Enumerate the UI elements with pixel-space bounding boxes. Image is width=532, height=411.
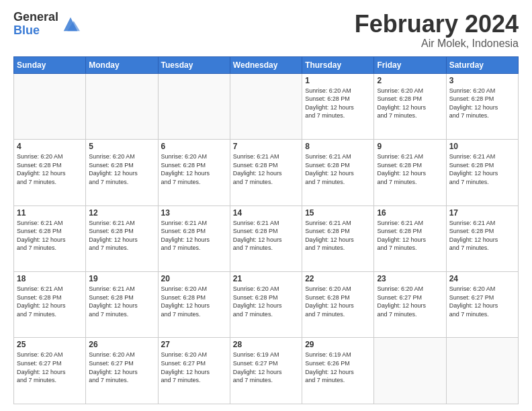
calendar-cell: 10Sunrise: 6:21 AM Sunset: 6:28 PM Dayli… (446, 140, 518, 205)
day-number: 9 (377, 142, 443, 151)
logo-general: General (13, 11, 58, 24)
calendar-cell: 16Sunrise: 6:21 AM Sunset: 6:28 PM Dayli… (374, 205, 446, 271)
day-of-week-friday: Friday (374, 56, 446, 73)
calendar-cell: 2Sunrise: 6:20 AM Sunset: 6:28 PM Daylig… (374, 73, 446, 139)
day-info: Sunrise: 6:21 AM Sunset: 6:28 PM Dayligh… (377, 152, 443, 186)
day-number: 3 (449, 76, 515, 85)
calendar-header-row: SundayMondayTuesdayWednesdayThursdayFrid… (14, 56, 519, 73)
calendar-cell: 4Sunrise: 6:20 AM Sunset: 6:28 PM Daylig… (14, 140, 86, 205)
day-number: 17 (449, 208, 515, 218)
day-info: Sunrise: 6:20 AM Sunset: 6:28 PM Dayligh… (305, 87, 371, 120)
day-info: Sunrise: 6:20 AM Sunset: 6:28 PM Dayligh… (305, 285, 371, 318)
calendar-cell: 19Sunrise: 6:21 AM Sunset: 6:28 PM Dayli… (86, 272, 158, 338)
calendar-cell: 27Sunrise: 6:20 AM Sunset: 6:27 PM Dayli… (158, 338, 230, 404)
day-number: 29 (305, 340, 371, 349)
day-number: 13 (161, 208, 227, 218)
logo-blue: Blue (13, 24, 58, 38)
day-info: Sunrise: 6:21 AM Sunset: 6:28 PM Dayligh… (305, 152, 371, 186)
day-number: 24 (449, 274, 515, 283)
day-info: Sunrise: 6:21 AM Sunset: 6:28 PM Dayligh… (233, 219, 299, 253)
calendar-week-5: 25Sunrise: 6:20 AM Sunset: 6:27 PM Dayli… (14, 338, 519, 404)
location: Air Molek, Indonesia (355, 38, 519, 50)
month-year: February 2024 (355, 11, 519, 38)
day-info: Sunrise: 6:20 AM Sunset: 6:27 PM Dayligh… (449, 285, 515, 318)
calendar-cell: 6Sunrise: 6:20 AM Sunset: 6:28 PM Daylig… (158, 140, 230, 205)
calendar-cell (158, 73, 230, 139)
day-info: Sunrise: 6:20 AM Sunset: 6:27 PM Dayligh… (377, 285, 443, 318)
day-info: Sunrise: 6:20 AM Sunset: 6:28 PM Dayligh… (449, 87, 515, 120)
day-number: 14 (233, 208, 299, 218)
day-info: Sunrise: 6:21 AM Sunset: 6:28 PM Dayligh… (233, 152, 299, 186)
day-info: Sunrise: 6:20 AM Sunset: 6:27 PM Dayligh… (17, 351, 83, 384)
day-of-week-sunday: Sunday (14, 56, 86, 73)
day-of-week-monday: Monday (86, 56, 158, 73)
calendar-cell: 17Sunrise: 6:21 AM Sunset: 6:28 PM Dayli… (446, 205, 518, 271)
day-of-week-tuesday: Tuesday (158, 56, 230, 73)
day-number: 21 (233, 274, 299, 283)
day-number: 18 (17, 274, 83, 283)
page: General Blue February 2024 Air Molek, In… (0, 0, 532, 411)
day-number: 26 (89, 340, 154, 349)
calendar-cell: 15Sunrise: 6:21 AM Sunset: 6:28 PM Dayli… (302, 205, 374, 271)
logo-text: General Blue (13, 11, 58, 38)
day-info: Sunrise: 6:21 AM Sunset: 6:28 PM Dayligh… (89, 219, 154, 253)
day-info: Sunrise: 6:20 AM Sunset: 6:28 PM Dayligh… (161, 152, 227, 186)
header: General Blue February 2024 Air Molek, In… (13, 11, 519, 50)
calendar-cell (14, 73, 86, 139)
day-number: 25 (17, 340, 83, 349)
logo-icon (61, 15, 80, 34)
day-number: 23 (377, 274, 443, 283)
day-info: Sunrise: 6:21 AM Sunset: 6:28 PM Dayligh… (161, 219, 227, 253)
calendar-cell: 26Sunrise: 6:20 AM Sunset: 6:27 PM Dayli… (86, 338, 158, 404)
day-number: 28 (233, 340, 299, 349)
day-number: 16 (377, 208, 443, 218)
day-info: Sunrise: 6:21 AM Sunset: 6:28 PM Dayligh… (17, 285, 83, 318)
day-number: 6 (161, 142, 227, 151)
day-info: Sunrise: 6:19 AM Sunset: 6:26 PM Dayligh… (305, 351, 371, 384)
day-info: Sunrise: 6:20 AM Sunset: 6:28 PM Dayligh… (377, 87, 443, 120)
title-block: February 2024 Air Molek, Indonesia (355, 11, 519, 50)
calendar-cell: 20Sunrise: 6:20 AM Sunset: 6:28 PM Dayli… (158, 272, 230, 338)
calendar-cell: 28Sunrise: 6:19 AM Sunset: 6:27 PM Dayli… (230, 338, 302, 404)
calendar-table: SundayMondayTuesdayWednesdayThursdayFrid… (13, 56, 519, 404)
day-number: 27 (161, 340, 227, 349)
day-number: 11 (17, 208, 83, 218)
day-number: 5 (89, 142, 154, 151)
day-info: Sunrise: 6:21 AM Sunset: 6:28 PM Dayligh… (89, 285, 154, 318)
day-info: Sunrise: 6:19 AM Sunset: 6:27 PM Dayligh… (233, 351, 299, 384)
day-info: Sunrise: 6:20 AM Sunset: 6:28 PM Dayligh… (233, 285, 299, 318)
calendar-cell: 21Sunrise: 6:20 AM Sunset: 6:28 PM Dayli… (230, 272, 302, 338)
calendar-week-4: 18Sunrise: 6:21 AM Sunset: 6:28 PM Dayli… (14, 272, 519, 338)
day-info: Sunrise: 6:20 AM Sunset: 6:27 PM Dayligh… (161, 351, 227, 384)
day-number: 8 (305, 142, 371, 151)
day-number: 4 (17, 142, 83, 151)
day-number: 2 (377, 76, 443, 85)
day-number: 19 (89, 274, 154, 283)
calendar-week-1: 1Sunrise: 6:20 AM Sunset: 6:28 PM Daylig… (14, 73, 519, 139)
day-number: 22 (305, 274, 371, 283)
calendar-cell: 1Sunrise: 6:20 AM Sunset: 6:28 PM Daylig… (302, 73, 374, 139)
calendar-cell: 11Sunrise: 6:21 AM Sunset: 6:28 PM Dayli… (14, 205, 86, 271)
day-info: Sunrise: 6:21 AM Sunset: 6:28 PM Dayligh… (305, 219, 371, 253)
day-info: Sunrise: 6:20 AM Sunset: 6:28 PM Dayligh… (89, 152, 154, 186)
calendar-cell: 24Sunrise: 6:20 AM Sunset: 6:27 PM Dayli… (446, 272, 518, 338)
day-number: 15 (305, 208, 371, 218)
calendar-cell: 18Sunrise: 6:21 AM Sunset: 6:28 PM Dayli… (14, 272, 86, 338)
calendar-week-3: 11Sunrise: 6:21 AM Sunset: 6:28 PM Dayli… (14, 205, 519, 271)
calendar-cell: 13Sunrise: 6:21 AM Sunset: 6:28 PM Dayli… (158, 205, 230, 271)
calendar-cell: 29Sunrise: 6:19 AM Sunset: 6:26 PM Dayli… (302, 338, 374, 404)
day-info: Sunrise: 6:21 AM Sunset: 6:28 PM Dayligh… (449, 152, 515, 186)
logo: General Blue (13, 11, 80, 38)
calendar-cell: 25Sunrise: 6:20 AM Sunset: 6:27 PM Dayli… (14, 338, 86, 404)
calendar-cell (86, 73, 158, 139)
day-of-week-thursday: Thursday (302, 56, 374, 73)
day-of-week-wednesday: Wednesday (230, 56, 302, 73)
calendar-cell: 23Sunrise: 6:20 AM Sunset: 6:27 PM Dayli… (374, 272, 446, 338)
calendar-cell: 7Sunrise: 6:21 AM Sunset: 6:28 PM Daylig… (230, 140, 302, 205)
calendar-cell (446, 338, 518, 404)
calendar-cell: 9Sunrise: 6:21 AM Sunset: 6:28 PM Daylig… (374, 140, 446, 205)
day-number: 20 (161, 274, 227, 283)
day-info: Sunrise: 6:21 AM Sunset: 6:28 PM Dayligh… (449, 219, 515, 253)
day-number: 1 (305, 76, 371, 85)
day-number: 12 (89, 208, 154, 218)
